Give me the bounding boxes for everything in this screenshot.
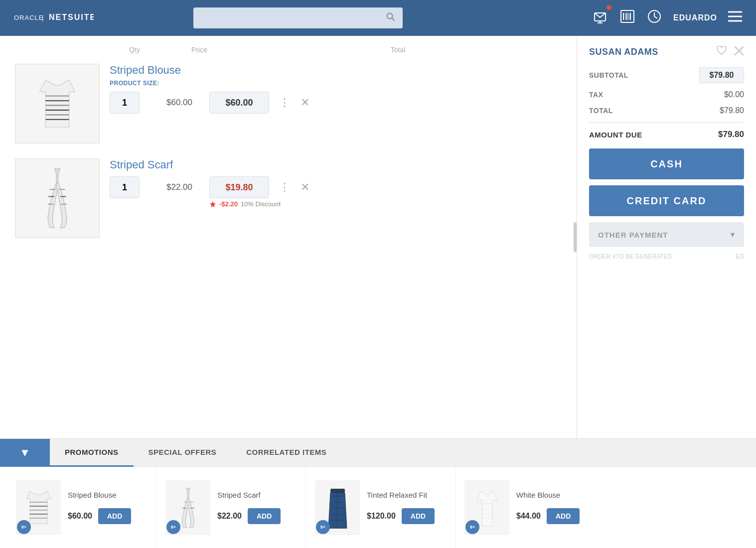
qty-header: Qty [105, 46, 164, 54]
app-logo: ORACLE | NETSUITE [14, 10, 94, 26]
tab-toggle-button[interactable]: ▼ [0, 439, 50, 467]
order-generated-value: ED [736, 253, 744, 260]
cart-item-name: Striped Scarf [110, 158, 562, 171]
cart-item: Striped Scarf 1 $22.00 $19.80 ⋮ ✕ -$2.20… [15, 158, 562, 243]
quantity-box[interactable]: 1 [110, 92, 140, 114]
amount-due-value: $79.80 [718, 130, 744, 139]
search-input[interactable] [200, 13, 384, 22]
item-options-icon[interactable]: ⋮ [279, 181, 291, 194]
product-info: Tinted Relaxed Fit $120.00 ADD [367, 491, 446, 524]
subtotal-value: $79.80 [699, 67, 744, 83]
product-price-row: $44.00 ADD [516, 508, 596, 524]
clock-icon[interactable] [646, 8, 662, 27]
discount-badge: -$2.20 10% Discount [209, 200, 562, 208]
subtotal-label: SUBTOTAL [589, 71, 628, 79]
product-price-row: $120.00 ADD [367, 508, 446, 524]
barcode-icon[interactable] [619, 8, 635, 27]
cart-item-details: Striped Scarf 1 $22.00 $19.80 ⋮ ✕ -$2.20… [110, 158, 562, 208]
top-navigation: ORACLE | NETSUITE [0, 0, 756, 36]
price-header: Price [164, 46, 234, 54]
item-price: $60.00 [154, 98, 204, 108]
notification-icon[interactable] [592, 8, 608, 28]
summary-divider [589, 122, 744, 123]
cart-item-details: Striped Blouse PRODUCT SIZE: 1 $60.00 $6… [110, 64, 562, 114]
favorite-icon[interactable] [716, 46, 727, 58]
total-value: $79.80 [720, 106, 744, 115]
amount-due-label: AMOUNT DUE [589, 131, 642, 139]
cart-panel: Qty Price Total Striped Blou [0, 36, 577, 438]
search-bar[interactable] [193, 7, 403, 28]
hamburger-menu[interactable] [728, 11, 742, 25]
svg-text:ORACLE: ORACLE [14, 14, 43, 21]
add-to-cart-button[interactable]: ADD [98, 508, 131, 524]
product-card: 9+ Striped Scarf $22.00 ADD [156, 467, 306, 548]
bottom-products: 9+ Striped Blouse $60.00 ADD 9+ Str [0, 466, 756, 548]
product-stock-badge: 9+ [465, 520, 479, 534]
item-options-icon[interactable]: ⋮ [279, 96, 291, 109]
item-actions: ⋮ ✕ [279, 96, 309, 109]
svg-text:|: | [42, 14, 44, 21]
notification-badge [606, 5, 611, 10]
cart-column-headers: Qty Price Total [15, 46, 562, 59]
product-thumbnail: 9+ [165, 480, 210, 535]
item-remove-icon[interactable]: ✕ [301, 181, 309, 194]
other-payment-button[interactable]: OTHER PAYMENT ▾ [589, 222, 744, 247]
item-actions: ⋮ ✕ [279, 181, 309, 194]
scroll-handle[interactable] [574, 222, 577, 252]
product-thumbnail: 9+ [16, 480, 61, 535]
amount-due-row: AMOUNT DUE $79.80 [589, 130, 744, 139]
product-card: 9+ Tinted Relaxed Fit $120.00 ADD [306, 467, 455, 548]
product-price-row: $22.00 ADD [217, 508, 297, 524]
item-price: $22.00 [154, 182, 204, 192]
total-header: Total [234, 46, 562, 54]
product-price-row: $60.00 ADD [68, 508, 147, 524]
close-panel-icon[interactable] [734, 46, 744, 58]
customer-name: SUSAN ADAMS [589, 47, 658, 57]
product-info: Striped Scarf $22.00 ADD [217, 491, 297, 524]
cart-item-row: 1 $60.00 $60.00 ⋮ ✕ [110, 92, 562, 114]
cart-item: Striped Blouse PRODUCT SIZE: 1 $60.00 $6… [15, 64, 562, 148]
tab-correlated-items[interactable]: CORRELATED ITEMS [231, 439, 341, 467]
product-card: 9+ White Blouse $44.00 ADD [455, 467, 605, 548]
product-stock-badge: 9+ [17, 520, 31, 534]
product-price: $44.00 [516, 512, 541, 521]
discount-label: 10% Discount [241, 200, 281, 208]
add-to-cart-button[interactable]: ADD [547, 508, 580, 524]
product-name: Striped Scarf [217, 491, 297, 499]
product-thumbnail: 9+ [315, 480, 360, 535]
product-card: 9+ Striped Blouse $60.00 ADD [7, 467, 156, 548]
add-to-cart-button[interactable]: ADD [248, 508, 281, 524]
tax-value: $0.00 [724, 90, 744, 99]
search-icon [386, 12, 396, 24]
product-image-scarf [15, 158, 100, 238]
bottom-tabs: ▼ PROMOTIONS SPECIAL OFFERS CORRELATED I… [0, 438, 756, 466]
subtotal-row: SUBTOTAL $79.80 [589, 67, 744, 83]
other-payment-label: OTHER PAYMENT [598, 231, 668, 239]
item-remove-icon[interactable]: ✕ [301, 96, 309, 109]
main-content: Qty Price Total Striped Blou [0, 36, 756, 438]
cash-button[interactable]: CASH [589, 148, 744, 179]
discount-amount: -$2.20 [219, 200, 238, 208]
add-to-cart-button[interactable]: ADD [402, 508, 435, 524]
tab-promotions[interactable]: PROMOTIONS [50, 439, 134, 467]
product-image-blouse [15, 64, 100, 143]
product-name: White Blouse [516, 491, 596, 499]
username-label: EDUARDO [673, 13, 717, 22]
product-name: Striped Blouse [68, 491, 147, 499]
credit-card-button[interactable]: CREDIT CARD [589, 185, 744, 216]
order-header-icons [716, 46, 744, 58]
other-payment-chevron-icon: ▾ [731, 230, 735, 239]
cart-item-name: Striped Blouse [110, 64, 562, 77]
order-customer-header: SUSAN ADAMS [589, 46, 744, 58]
item-total: $60.00 [209, 92, 269, 114]
tab-special-offers[interactable]: SPECIAL OFFERS [134, 439, 232, 467]
product-thumbnail: 9+ [464, 480, 509, 535]
product-info: Striped Blouse $60.00 ADD [68, 491, 147, 524]
product-stock-badge: 9+ [166, 520, 180, 534]
tab-collapse-icon: ▼ [19, 446, 30, 459]
tax-row: TAX $0.00 [589, 90, 744, 99]
total-row: TOTAL $79.80 [589, 106, 744, 115]
product-stock-badge: 9+ [316, 520, 330, 534]
quantity-box[interactable]: 1 [110, 176, 140, 198]
total-label: TOTAL [589, 107, 613, 115]
